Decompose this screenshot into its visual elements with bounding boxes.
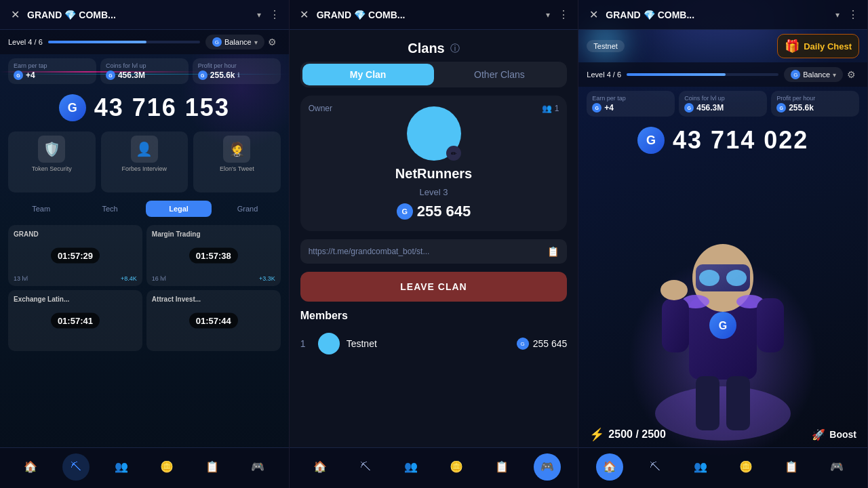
nav-team-1[interactable]: 👥	[108, 453, 135, 481]
upgrade-profit-grand-1: +8.4K	[121, 275, 137, 282]
stat-value-lvl-1: 456.3M	[118, 70, 145, 80]
clan-owner-badge: Owner	[309, 104, 332, 113]
balance-button-1[interactable]: G Balance ▾	[205, 35, 264, 49]
nav-mine-1[interactable]: ⛏	[62, 453, 90, 481]
more-options-3[interactable]: ⋮	[848, 8, 859, 21]
daily-chest-button[interactable]: 🎁 Daily Chest	[777, 34, 859, 58]
chevron-icon-1[interactable]: ▾	[257, 10, 261, 20]
nav-earn-2[interactable]: 🪙	[443, 453, 470, 481]
clan-members-icon: 👥	[542, 104, 552, 113]
level-progress-1	[48, 41, 200, 43]
tab-bar-1: Team Tech Legal Grand	[0, 197, 289, 221]
upgrade-card-grand-1[interactable]: GRAND 01:57:29 13 lvl +8.4K	[8, 225, 142, 286]
clan-name: NetRunners	[395, 166, 472, 182]
svg-point-12	[660, 280, 688, 300]
boost-card-forbes-1[interactable]: 👤 Forbes Interview	[101, 131, 189, 192]
nav-home-1[interactable]: 🏠	[17, 453, 44, 481]
upgrade-card-margin-1[interactable]: Margin Trading 01:57:38 16 lvl +3.3K	[146, 225, 281, 286]
boost-card-elon-1[interactable]: 🤵 Elon's Tweet	[193, 131, 281, 192]
clan-link-copy-icon[interactable]: 📋	[547, 246, 559, 257]
stat-coin-profit-3: G	[776, 103, 786, 113]
close-button-1[interactable]: ✕	[8, 8, 22, 22]
members-title: Members	[300, 310, 568, 322]
coin-amount-3: 43 714 022	[673, 126, 808, 155]
svg-rect-11	[757, 298, 784, 352]
upgrade-profit-margin-1: +3.3K	[259, 275, 275, 282]
upgrade-title-attract-1: Attract Invest...	[152, 296, 275, 303]
upgrade-timer-exchange-1: 01:57:41	[51, 313, 100, 329]
stat-coin-profit-1: G	[198, 70, 208, 80]
upgrade-grid-1: GRAND 01:57:29 13 lvl +8.4K Margin Tradi…	[0, 221, 289, 355]
balance-button-3[interactable]: G Balance ▾	[784, 67, 843, 82]
nav-home-3[interactable]: 🏠	[596, 453, 623, 481]
stat-value-earn-3: +4	[604, 103, 614, 113]
elon-card-img-1: 🤵	[223, 136, 250, 163]
nav-tasks-2[interactable]: 📋	[488, 453, 515, 481]
upgrade-card-attract-1[interactable]: Attract Invest... 01:57:44	[146, 290, 281, 351]
nav-mine-2[interactable]: ⛏	[352, 453, 379, 481]
more-options-2[interactable]: ⋮	[558, 8, 570, 21]
nav-team-2[interactable]: 👥	[397, 453, 425, 481]
tab-grand-1[interactable]: Grand	[214, 201, 280, 217]
panel-3-top-bar: ✕ GRAND 💎 COMB... ▾ ⋮	[578, 0, 867, 30]
settings-button-1[interactable]: ⚙	[264, 34, 281, 50]
close-button-3[interactable]: ✕	[587, 8, 600, 22]
leave-clan-button[interactable]: LEAVE CLAN	[300, 272, 568, 302]
nav-game-1[interactable]: 🎮	[244, 453, 271, 481]
member-coins: G 255 645	[517, 338, 568, 350]
close-button-2[interactable]: ✕	[298, 8, 311, 22]
bottom-nav-3: 🏠 ⛏ 👥 🪙 📋 🎮	[578, 447, 867, 488]
panel-1-top-bar: ✕ GRAND 💎 COMB... ▾ ⋮	[0, 0, 289, 30]
energy-bar: ⚡ 2500 / 2500 🚀 Boost	[578, 427, 867, 447]
character-figure: G	[614, 163, 831, 447]
clan-avatar: ✏	[407, 106, 461, 161]
tab-tech-1[interactable]: Tech	[77, 201, 142, 217]
clan-tab-my[interactable]: My Clan	[302, 64, 434, 85]
clan-tab-other[interactable]: Other Clans	[434, 64, 566, 85]
nav-game-3[interactable]: 🎮	[823, 453, 850, 481]
tab-legal-1[interactable]: Legal	[146, 201, 212, 217]
clan-tabs: My Clan Other Clans	[300, 62, 568, 87]
nav-game-2[interactable]: 🎮	[534, 453, 561, 481]
svg-rect-10	[662, 298, 689, 352]
upgrade-lvl-grand-1: 13 lvl	[14, 275, 28, 282]
clan-count-num: 1	[555, 104, 559, 113]
stat-coin-earn-1: G	[14, 70, 23, 80]
stat-label-profit-1: Profit per hour	[198, 62, 275, 69]
chevron-icon-2[interactable]: ▾	[546, 10, 550, 20]
clan-info-box: Owner 👥 1 ✏ NetRunners Level 3 G 255 645	[300, 96, 568, 231]
chevron-icon-3[interactable]: ▾	[835, 10, 840, 20]
clans-info-icon[interactable]: ⓘ	[450, 43, 460, 55]
stat-value-lvl-3: 456.3M	[696, 103, 724, 113]
more-options-1[interactable]: ⋮	[269, 8, 281, 21]
clan-coins: G 255 645	[397, 203, 471, 220]
member-num: 1	[300, 338, 311, 349]
nav-team-3[interactable]: 👥	[687, 453, 714, 481]
nav-mine-3[interactable]: ⛏	[642, 453, 669, 481]
clan-avatar-edit-icon[interactable]: ✏	[446, 146, 461, 161]
boost-card-token-1[interactable]: 🛡️ Token Security	[8, 131, 96, 192]
member-avatar	[318, 333, 340, 354]
p3-secondary-bar: Testnet 🎁 Daily Chest	[578, 30, 867, 62]
stats-row-3: Earn per tap G +4 Coins for lvl up G 456…	[578, 87, 867, 121]
elon-card-label-1: Elon's Tweet	[220, 165, 254, 172]
forbes-card-img-1: 👤	[131, 136, 158, 163]
member-coin-value: 255 645	[533, 338, 568, 349]
stat-profit-3: Profit per hour G 255.6k	[771, 91, 859, 117]
settings-button-3[interactable]: ⚙	[843, 66, 859, 83]
panel-2-top-bar: ✕ GRAND 💎 COMB... ▾ ⋮	[290, 0, 578, 30]
nav-tasks-3[interactable]: 📋	[778, 453, 805, 481]
nav-earn-3[interactable]: 🪙	[732, 453, 760, 481]
nav-earn-1[interactable]: 🪙	[153, 453, 180, 481]
boost-button[interactable]: 🚀 Boost	[812, 428, 856, 441]
stat-coins-lvl-1: Coins for lvl up G 456.3M	[100, 58, 189, 84]
tab-team-1[interactable]: Team	[8, 201, 74, 217]
svg-rect-13	[696, 376, 719, 430]
bottom-nav-1: 🏠 ⛏ 👥 🪙 📋 🎮	[0, 447, 289, 488]
nav-home-2[interactable]: 🏠	[307, 453, 334, 481]
stat-value-profit-1: 255.6k	[210, 70, 235, 80]
upgrade-card-exchange-1[interactable]: Exchange Latin... 01:57:41	[8, 290, 142, 351]
energy-left: ⚡ 2500 / 2500	[589, 427, 666, 442]
panel-1: ✕ GRAND 💎 COMB... ▾ ⋮ Level 4 / 6 G Bala…	[0, 0, 290, 488]
nav-tasks-1[interactable]: 📋	[199, 453, 226, 481]
